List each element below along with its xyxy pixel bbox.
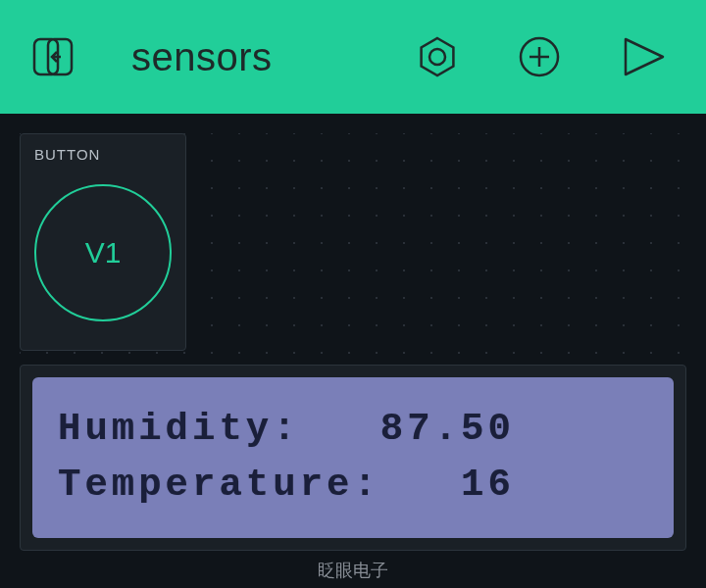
button-widget-pin: V1 [85, 236, 122, 270]
app-header: sensors [0, 0, 706, 114]
svg-marker-2 [422, 38, 454, 75]
footer-credit: 眨眼电子 [0, 559, 706, 582]
settings-icon[interactable] [416, 35, 459, 78]
button-widget-circle[interactable]: V1 [34, 184, 172, 321]
svg-point-3 [429, 49, 445, 65]
lcd-screen: Humidity: 87.50 Temperature: 16 [32, 377, 674, 538]
lcd-line-1: Humidity: 87.50 [58, 411, 648, 449]
widget-canvas[interactable]: BUTTON V1 Humidity: 87.50 Temperature: 1… [0, 114, 706, 588]
project-title[interactable]: sensors [131, 35, 416, 79]
lcd-line-2: Temperature: 16 [58, 466, 648, 505]
play-icon[interactable] [620, 35, 667, 78]
button-widget[interactable]: BUTTON V1 [20, 133, 186, 351]
svg-marker-5 [626, 39, 663, 74]
back-icon[interactable] [31, 33, 75, 80]
lcd-widget[interactable]: Humidity: 87.50 Temperature: 16 [20, 365, 686, 551]
add-icon[interactable] [518, 35, 561, 78]
button-widget-label: BUTTON [34, 146, 172, 163]
header-actions [416, 35, 677, 78]
